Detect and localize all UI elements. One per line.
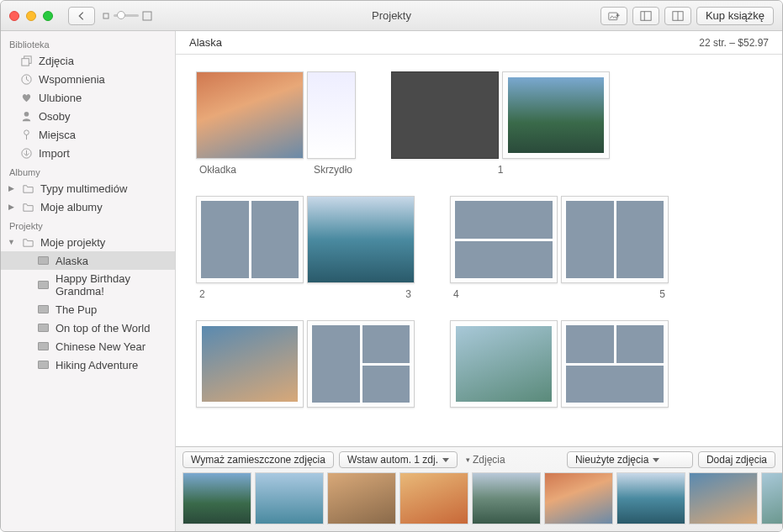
svg-rect-0: [103, 13, 108, 18]
sidebar-section-library: Biblioteka: [1, 34, 175, 51]
tray-photos-label: Zdjęcia: [473, 454, 505, 466]
sidebar-item-my-albums[interactable]: ▶ Moje albumy: [1, 198, 175, 216]
add-photo-button[interactable]: [600, 7, 627, 25]
page-label: 3: [405, 288, 411, 300]
page-7[interactable]: [307, 320, 415, 408]
sidebar-item-label: Hiking Adventure: [56, 359, 138, 371]
disclosure-triangle-icon[interactable]: ▼: [8, 238, 15, 246]
tray-thumb[interactable]: [761, 472, 782, 524]
tray-thumb[interactable]: [255, 472, 324, 524]
zoom-small-icon: [102, 12, 110, 20]
sidebar-project-ontop[interactable]: On top of the World: [1, 319, 175, 337]
clear-placed-button[interactable]: Wymaż zamieszczone zdjęcia: [183, 451, 334, 468]
folder-icon: [21, 182, 34, 195]
book-icon: [36, 340, 50, 353]
sidebar-section-projects: Projekty: [1, 216, 175, 233]
sidebar-project-hbg[interactable]: Happy Birthday Grandma!: [1, 270, 175, 300]
clock-icon: [19, 72, 33, 86]
page-9[interactable]: [561, 320, 669, 408]
svg-rect-3: [641, 11, 651, 20]
sidebar-item-favorites[interactable]: Ulubione: [1, 88, 175, 107]
svg-rect-2: [609, 13, 617, 20]
tray-thumb[interactable]: [327, 472, 396, 524]
buy-book-button[interactable]: Kup książkę: [696, 7, 774, 25]
page-5[interactable]: [561, 196, 669, 283]
sidebar-item-my-projects[interactable]: ▼ Moje projekty: [1, 233, 175, 251]
sidebar-item-memories[interactable]: Wspomnienia: [1, 70, 175, 88]
sidebar-project-hiking[interactable]: Hiking Adventure: [1, 356, 175, 374]
tray-thumb[interactable]: [544, 472, 613, 524]
page-8[interactable]: [450, 320, 558, 408]
chevron-left-icon: [76, 10, 87, 22]
zoom-slider[interactable]: [102, 11, 152, 21]
spread-4-5[interactable]: 4 5: [450, 196, 669, 300]
sidebar-item-places[interactable]: Miejsca: [1, 125, 175, 144]
svg-point-11: [24, 129, 29, 134]
autofill-button[interactable]: Wstaw autom. 1 zdj.: [339, 451, 458, 468]
add-photos-button[interactable]: Dodaj zdjęcia: [698, 451, 775, 468]
heart-icon: [19, 91, 33, 104]
close-button[interactable]: [9, 11, 19, 21]
sidebar-item-label: Ulubione: [39, 92, 82, 104]
sidebar-item-photos[interactable]: Zdjęcia: [1, 51, 175, 70]
svg-rect-8: [21, 58, 28, 65]
page-1[interactable]: [502, 71, 610, 159]
chevron-down-icon: ▾: [466, 456, 470, 464]
tray-photos-toggle[interactable]: ▾ Zdjęcia: [466, 454, 505, 466]
page-2[interactable]: [196, 196, 304, 283]
tray-thumb[interactable]: [472, 472, 541, 524]
page-inside-cover[interactable]: [391, 71, 499, 159]
sidebar-item-label: Import: [39, 147, 70, 160]
minimize-button[interactable]: [26, 11, 36, 21]
tray-thumb[interactable]: [616, 472, 685, 524]
download-icon: [19, 146, 33, 160]
page-4[interactable]: [450, 196, 558, 283]
sidebar-project-alaska[interactable]: Alaska: [1, 251, 175, 270]
sidebar-project-cny[interactable]: Chinese New Year: [1, 337, 175, 356]
book-settings-button[interactable]: [664, 7, 691, 25]
sidebar-section-albums: Albumy: [1, 162, 175, 179]
page-cover[interactable]: [196, 71, 304, 159]
spread-0-1[interactable]: 1: [391, 71, 610, 176]
layout-options-button[interactable]: [632, 7, 659, 25]
tray-thumb[interactable]: [689, 472, 758, 524]
zoom-button[interactable]: [43, 11, 53, 21]
back-button[interactable]: [68, 7, 95, 25]
sidebar-item-label: Typy multimediów: [40, 182, 127, 195]
sidebar-item-label: The Pup: [56, 303, 97, 316]
photos-icon: [19, 54, 33, 67]
disclosure-triangle-icon[interactable]: ▶: [8, 203, 15, 211]
sidebar-item-import[interactable]: Import: [1, 144, 175, 162]
tray-thumb[interactable]: [399, 472, 468, 524]
disclosure-triangle-icon[interactable]: ▶: [8, 184, 15, 192]
person-icon: [19, 109, 33, 123]
zoom-large-icon: [142, 11, 152, 21]
sidebar-item-label: Zdjęcia: [39, 55, 74, 67]
page-label: Skrzydło: [314, 164, 352, 176]
spread-2-3[interactable]: 2 3: [196, 196, 415, 300]
sidebar-item-label: Osoby: [39, 110, 71, 123]
page-6[interactable]: [196, 320, 304, 408]
page-flap[interactable]: [307, 71, 356, 159]
tray-thumbnails[interactable]: [176, 472, 782, 531]
unused-photos-dropdown[interactable]: Nieużyte zdjęcia: [567, 451, 693, 468]
page-3[interactable]: [307, 196, 415, 283]
sidebar-item-label: Moje albumy: [40, 201, 103, 213]
pages-grid[interactable]: Okładka Skrzydło 1: [176, 55, 782, 446]
pin-icon: [19, 128, 33, 141]
book-icon: [36, 278, 50, 292]
sidebar-project-pup[interactable]: The Pup: [1, 300, 175, 319]
sidebar-item-label: Alaska: [56, 255, 88, 267]
layout-icon: [640, 10, 652, 22]
page-label: 1: [498, 164, 504, 176]
app-window: Projekty Kup książkę Biblioteka Zdjęcia: [0, 0, 783, 532]
page-label: Okładka: [199, 164, 236, 176]
sidebar-item-people[interactable]: Osoby: [1, 107, 175, 125]
spread-6-7[interactable]: [196, 320, 415, 408]
content-header: Alaska 22 str. – $52.97: [176, 31, 782, 55]
sidebar-item-media-types[interactable]: ▶ Typy multimediów: [1, 179, 175, 198]
folder-icon: [21, 235, 34, 249]
spread-cover[interactable]: Okładka Skrzydło: [196, 71, 356, 176]
tray-thumb[interactable]: [183, 472, 251, 524]
spread-8-9[interactable]: [450, 320, 669, 408]
